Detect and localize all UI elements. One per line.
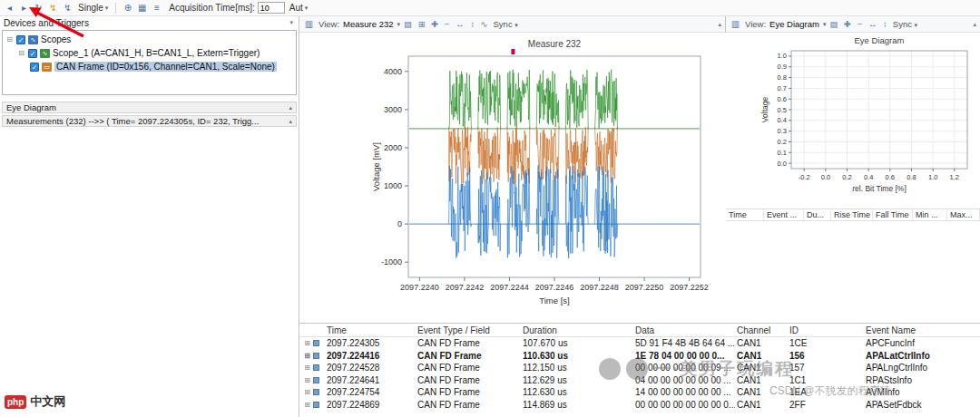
scopes-icon: ∿ bbox=[28, 35, 38, 44]
acquisition-time-input[interactable] bbox=[258, 2, 285, 14]
checkbox-checked[interactable]: ✓ bbox=[30, 63, 39, 72]
expand-icon[interactable]: ⊞ bbox=[303, 401, 311, 409]
table-cell: CAN1 bbox=[735, 351, 788, 361]
column-header-event-name[interactable]: Event Name bbox=[864, 325, 980, 335]
table-row[interactable]: ⊞2097.224416CAN FD Frame110.630 us1E 78 … bbox=[299, 350, 980, 363]
frame-icon bbox=[313, 389, 319, 395]
column-header-channel[interactable]: Channel bbox=[735, 325, 788, 335]
settings-icon[interactable]: ≡ bbox=[151, 3, 162, 13]
php-logo: php bbox=[5, 395, 26, 409]
chevron-down-icon[interactable]: ▾ bbox=[397, 21, 401, 28]
column-header-event[interactable]: Event ... bbox=[764, 209, 804, 220]
chart-tools-icons[interactable]: ▤ ⊞ ✚ − ↔ ↕ ∿ bbox=[404, 19, 490, 29]
column-header-min[interactable]: Min ... bbox=[913, 209, 947, 220]
eye-panel-toolbar: ▥ View: Eye Diagram ▾ ▤ ✚ − ↔ ↕ Sync ▾ ▴ bbox=[726, 16, 980, 33]
table-row[interactable]: ⊞2097.224528CAN FD Frame112.150 us00 00 … bbox=[299, 362, 980, 374]
table-cell: CAN1 bbox=[735, 400, 788, 410]
view-value[interactable]: Measure 232 bbox=[343, 19, 393, 29]
svg-text:Time [s]: Time [s] bbox=[539, 296, 569, 305]
devices-panel-title-text: Devices and Triggers bbox=[4, 18, 89, 28]
measure-panel: ▥ View: Measure 232 ▾ ▤ ⊞ ✚ − ↔ ↕ ∿ Sync… bbox=[299, 16, 726, 323]
back-icon[interactable]: ◂ bbox=[4, 3, 15, 13]
event-table-panel: Time Event Type / Field Duration Data Ch… bbox=[299, 323, 980, 417]
chart-tools-icons[interactable]: ▤ ✚ − ↔ ↕ bbox=[830, 19, 889, 29]
svg-text:2097.2240: 2097.2240 bbox=[400, 283, 439, 292]
sync-dropdown[interactable]: Sync ▾ bbox=[494, 19, 518, 29]
svg-text:0.2: 0.2 bbox=[778, 138, 787, 146]
eye-diagram-section-label: Eye Diagram bbox=[6, 102, 56, 112]
column-header-time[interactable]: Time bbox=[726, 209, 764, 220]
column-header-id[interactable]: ID bbox=[788, 325, 864, 335]
table-cell: APALatCtrlInfo bbox=[864, 351, 980, 361]
view-menu-icon[interactable]: ▥ bbox=[730, 19, 741, 29]
expand-icon[interactable]: ⊞ bbox=[303, 339, 311, 347]
column-header-rise-time[interactable]: Rise Time bbox=[831, 209, 873, 220]
table-row[interactable]: ⊞2097.224641CAN FD Frame112.629 us04 00 … bbox=[299, 374, 980, 387]
collapse-panel-icon[interactable]: ▴ bbox=[973, 21, 976, 28]
checkbox-checked[interactable]: ✓ bbox=[28, 49, 37, 58]
grid-icon[interactable]: ▦ bbox=[136, 3, 148, 13]
svg-text:0.7: 0.7 bbox=[778, 84, 787, 92]
sync-dropdown[interactable]: Sync ▾ bbox=[893, 19, 917, 29]
chevron-up-icon[interactable]: ▴ bbox=[289, 118, 292, 125]
column-header-max[interactable]: Max... bbox=[947, 209, 980, 220]
eye-diagram-section-header[interactable]: Eye Diagram ▴ bbox=[2, 102, 297, 113]
eye-diagram-chart[interactable]: Eye Diagram0.00.10.20.30.40.50.60.70.80.… bbox=[726, 33, 980, 205]
table-row[interactable]: ⊞2097.224754CAN FD Frame112.630 us14 00 … bbox=[299, 386, 980, 399]
frame-icon bbox=[313, 364, 319, 371]
zoom-icon[interactable]: ⊕ bbox=[122, 3, 133, 13]
checkbox-checked[interactable]: ✓ bbox=[16, 35, 25, 44]
view-label: View: bbox=[745, 19, 766, 29]
expand-icon[interactable]: ⊞ bbox=[303, 388, 311, 396]
svg-text:0.1: 0.1 bbox=[778, 149, 787, 157]
view-value[interactable]: Eye Diagram bbox=[769, 19, 819, 29]
single-dropdown[interactable]: Single▾ bbox=[76, 3, 110, 13]
column-header-data[interactable]: Data bbox=[633, 325, 735, 335]
forward-icon[interactable]: ▸ bbox=[18, 3, 30, 13]
table-cell: 1E 78 04 00 00 00 0... bbox=[633, 351, 735, 361]
table-row[interactable]: ⊞2097.224869CAN FD Frame114.869 us00 00 … bbox=[299, 399, 980, 412]
collapse-panel-icon[interactable]: ▴ bbox=[718, 21, 721, 28]
collapse-icon[interactable]: ⊟ bbox=[5, 35, 14, 44]
svg-text:Voltage: Voltage bbox=[760, 97, 769, 123]
svg-text:2097.2244: 2097.2244 bbox=[490, 283, 529, 292]
svg-text:0.8: 0.8 bbox=[906, 173, 916, 181]
expand-icon[interactable]: ⊞ bbox=[303, 376, 311, 384]
php-watermark: php 中文网 bbox=[5, 393, 65, 410]
svg-text:0.3: 0.3 bbox=[778, 127, 787, 135]
tree-item-can-frame[interactable]: ✓ ▭ CAN Frame (ID=0x156, Channel=CAN1, S… bbox=[3, 60, 296, 73]
tree-item-scope1[interactable]: ⊟ ✓ ∿ Scope_1 (A=CAN1_H, B=CAN1_L, Exter… bbox=[3, 46, 296, 60]
table-cell: CAN FD Frame bbox=[416, 400, 521, 410]
restart-icon[interactable]: ↻ bbox=[33, 3, 44, 13]
chevron-up-icon[interactable]: ▴ bbox=[289, 104, 292, 112]
table-cell: 114.869 us bbox=[521, 400, 633, 410]
acquisition-time-label: Acquisition Time[ms]: bbox=[169, 3, 254, 13]
view-menu-icon[interactable]: ▥ bbox=[303, 19, 315, 29]
measure-chart[interactable]: Measure 232-1000010002000300040002097.22… bbox=[299, 33, 726, 323]
frame-icon bbox=[313, 402, 319, 408]
measurements-section-header[interactable]: Measurements (232) -->> ( Time= 2097.224… bbox=[2, 115, 297, 127]
column-header-time[interactable]: Time bbox=[325, 325, 416, 335]
trigger-icon[interactable]: ↯ bbox=[47, 3, 59, 13]
table-cell: AVMInfo bbox=[864, 387, 980, 397]
tree-label: Scope_1 (A=CAN1_H, B=CAN1_L, Extern=Trig… bbox=[53, 48, 260, 58]
table-row[interactable]: ⊞2097.224305CAN FD Frame107.670 us5D 91 … bbox=[299, 337, 980, 350]
chevron-down-icon[interactable]: ▾ bbox=[823, 21, 827, 28]
view-label: View: bbox=[318, 19, 339, 29]
column-header-duration[interactable]: Du... bbox=[804, 209, 831, 220]
expand-icon[interactable]: ⊞ bbox=[303, 364, 311, 372]
table-cell: CAN1 bbox=[735, 338, 788, 348]
column-header-duration[interactable]: Duration bbox=[521, 325, 633, 335]
table-cell: 2097.224869 bbox=[325, 400, 416, 410]
tree-item-scopes[interactable]: ⊟ ✓ ∿ Scopes bbox=[3, 33, 296, 46]
table-cell: CAN FD Frame bbox=[416, 351, 521, 361]
main-toolbar: ◂ ▸ ↻ ↯ ↯ Single▾ ⊕ ▦ ≡ Acquisition Time… bbox=[0, 0, 980, 16]
aut-dropdown[interactable]: Aut▾ bbox=[288, 3, 310, 13]
chevron-down-icon[interactable]: ▾ bbox=[289, 19, 293, 26]
column-header-fall-time[interactable]: Fall Time bbox=[873, 209, 913, 220]
expand-icon[interactable]: ⊞ bbox=[303, 352, 311, 360]
collapse-icon[interactable]: ⊟ bbox=[17, 49, 25, 57]
single-trigger-icon[interactable]: ↯ bbox=[62, 3, 74, 13]
column-header-event-type[interactable]: Event Type / Field bbox=[416, 325, 521, 335]
measure-panel-toolbar: ▥ View: Measure 232 ▾ ▤ ⊞ ✚ − ↔ ↕ ∿ Sync… bbox=[299, 16, 725, 33]
